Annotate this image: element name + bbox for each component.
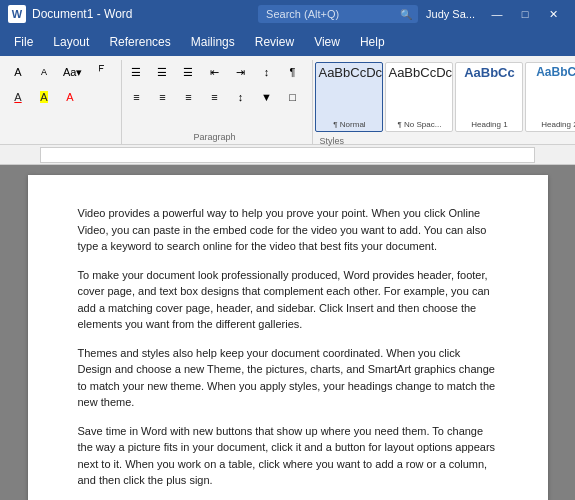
search-input[interactable] bbox=[258, 5, 418, 23]
title-bar-left: W Document1 - Word bbox=[8, 5, 258, 23]
style-no-spacing-label: ¶ No Spac... bbox=[398, 120, 442, 129]
ribbon-row-2: A A A bbox=[6, 85, 82, 109]
bullets-btn[interactable]: ☰ bbox=[124, 60, 148, 84]
style-no-spacing-preview: AaBbCcDc bbox=[388, 65, 450, 81]
ruler bbox=[40, 147, 535, 163]
menu-help[interactable]: Help bbox=[350, 31, 395, 53]
style-heading2[interactable]: AaBbCc Heading 2 bbox=[525, 62, 575, 132]
search-container[interactable]: 🔍 bbox=[258, 5, 418, 23]
style-heading2-label: Heading 2 bbox=[541, 120, 575, 129]
ribbon-group-font: A A Aa▾ ꟳ A A A bbox=[4, 60, 122, 144]
shading-btn[interactable]: ▼ bbox=[254, 85, 278, 109]
style-normal-label: ¶ Normal bbox=[333, 120, 365, 129]
ribbon-group-paragraph: ☰ ☰ ☰ ⇤ ⇥ ↕ ¶ ≡ ≡ ≡ ≡ ↕ ▼ □ Paragraph bbox=[122, 60, 313, 144]
paragraph-group-label: Paragraph bbox=[124, 130, 304, 144]
menu-review[interactable]: Review bbox=[245, 31, 304, 53]
font-group-label bbox=[6, 140, 113, 144]
justify-btn[interactable]: ≡ bbox=[202, 85, 226, 109]
search-icon: 🔍 bbox=[400, 9, 412, 20]
line-spacing-btn[interactable]: ↕ bbox=[228, 85, 252, 109]
align-right-btn[interactable]: ≡ bbox=[176, 85, 200, 109]
document-area[interactable]: Video provides a powerful way to help yo… bbox=[0, 165, 575, 500]
document-page: Video provides a powerful way to help yo… bbox=[28, 175, 548, 500]
title-bar: W Document1 - Word 🔍 Judy Sa... — □ ✕ bbox=[0, 0, 575, 28]
menu-file[interactable]: File bbox=[4, 31, 43, 53]
document-title: Document1 - Word bbox=[32, 7, 132, 21]
style-normal[interactable]: AaBbCcDc ¶ Normal bbox=[315, 62, 383, 132]
paragraph-1: Video provides a powerful way to help yo… bbox=[78, 205, 498, 255]
word-app-icon: W bbox=[8, 5, 26, 23]
ribbon-row-1: A A Aa▾ ꟳ bbox=[6, 60, 113, 84]
font-color-btn[interactable]: A bbox=[6, 85, 30, 109]
close-button[interactable]: ✕ bbox=[539, 0, 567, 28]
paragraph-2: To make your document look professionall… bbox=[78, 267, 498, 333]
align-left-btn[interactable]: ≡ bbox=[124, 85, 148, 109]
user-name: Judy Sa... bbox=[418, 8, 483, 20]
style-heading1-label: Heading 1 bbox=[471, 120, 507, 129]
window-controls[interactable]: — □ ✕ bbox=[483, 0, 567, 28]
align-center-btn[interactable]: ≡ bbox=[150, 85, 174, 109]
ribbon: A A Aa▾ ꟳ A A A ☰ ☰ ☰ ⇤ ⇥ ↕ ¶ bbox=[0, 56, 575, 145]
styles-row: AaBbCcDc ¶ Normal AaBbCcDc ¶ No Spac... … bbox=[315, 60, 575, 134]
paragraph-row-2: ≡ ≡ ≡ ≡ ↕ ▼ □ bbox=[124, 85, 304, 109]
ribbon-group-styles: AaBbCcDc ¶ Normal AaBbCcDc ¶ No Spac... … bbox=[313, 60, 575, 144]
paragraph-row-1: ☰ ☰ ☰ ⇤ ⇥ ↕ ¶ bbox=[124, 60, 304, 84]
font-special-btn[interactable]: ꟳ bbox=[89, 60, 113, 84]
indent-decrease-btn[interactable]: ⇤ bbox=[202, 60, 226, 84]
font-color2-btn[interactable]: A bbox=[58, 85, 82, 109]
multilevel-btn[interactable]: ☰ bbox=[176, 60, 200, 84]
maximize-button[interactable]: □ bbox=[511, 0, 539, 28]
font-aa-btn[interactable]: Aa▾ bbox=[58, 60, 87, 84]
style-normal-preview: AaBbCcDc bbox=[318, 65, 380, 81]
sort-btn[interactable]: ↕ bbox=[254, 60, 278, 84]
style-heading2-preview: AaBbCc bbox=[528, 65, 575, 79]
style-no-spacing[interactable]: AaBbCcDc ¶ No Spac... bbox=[385, 62, 453, 132]
menu-bar: File Layout References Mailings Review V… bbox=[0, 28, 575, 56]
paragraph-3: Themes and styles also help keep your do… bbox=[78, 345, 498, 411]
font-size-decrease-btn[interactable]: A bbox=[6, 60, 30, 84]
menu-layout[interactable]: Layout bbox=[43, 31, 99, 53]
style-heading1[interactable]: AaBbCc Heading 1 bbox=[455, 62, 523, 132]
menu-references[interactable]: References bbox=[99, 31, 180, 53]
minimize-button[interactable]: — bbox=[483, 0, 511, 28]
numbering-btn[interactable]: ☰ bbox=[150, 60, 174, 84]
ribbon-content: A A Aa▾ ꟳ A A A ☰ ☰ ☰ ⇤ ⇥ ↕ ¶ bbox=[0, 56, 575, 144]
paragraph-4: Save time in Word with new buttons that … bbox=[78, 423, 498, 489]
borders-btn[interactable]: □ bbox=[280, 85, 304, 109]
style-heading1-preview: AaBbCc bbox=[458, 65, 520, 81]
menu-view[interactable]: View bbox=[304, 31, 350, 53]
menu-mailings[interactable]: Mailings bbox=[181, 31, 245, 53]
ruler-area bbox=[0, 145, 575, 165]
indent-increase-btn[interactable]: ⇥ bbox=[228, 60, 252, 84]
show-hide-btn[interactable]: ¶ bbox=[280, 60, 304, 84]
highlight-btn[interactable]: A bbox=[32, 85, 56, 109]
font-size-increase-btn[interactable]: A bbox=[32, 60, 56, 84]
